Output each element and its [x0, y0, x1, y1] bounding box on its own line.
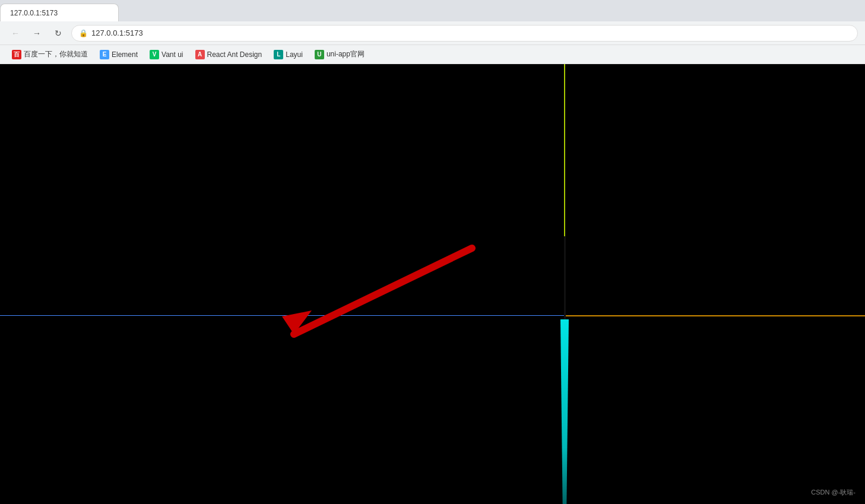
bookmark-layui[interactable]: LLayui	[269, 49, 308, 61]
address-text: 127.0.0.1:5173	[91, 28, 143, 37]
tab-title: 127.0.0.1:5173	[10, 9, 58, 17]
horizontal-orange-line	[564, 315, 865, 316]
bookmarks-bar: 百百度一下，你就知道EElementVVant uiAReact Ant Des…	[0, 45, 865, 64]
back-icon: ←	[11, 28, 20, 38]
bookmark-uniapp[interactable]: Uuni-app官网	[310, 48, 369, 61]
bookmark-react-ant[interactable]: AReact Ant Design	[191, 49, 267, 61]
forward-button[interactable]: →	[28, 25, 45, 42]
bookmark-vant[interactable]: VVant ui	[145, 49, 188, 61]
bookmark-icon-react-ant: A	[195, 50, 205, 59]
bookmark-icon-layui: L	[274, 50, 283, 59]
active-tab[interactable]: 127.0.0.1:5173	[0, 4, 119, 21]
lock-icon: 🔒	[79, 29, 88, 37]
bookmark-element[interactable]: EElement	[95, 49, 142, 61]
bookmark-icon-element: E	[100, 50, 109, 59]
cyan-spike	[560, 319, 569, 504]
back-button[interactable]: ←	[7, 25, 24, 42]
bookmark-label-element: Element	[112, 50, 138, 59]
refresh-icon: ↻	[55, 28, 62, 38]
watermark: CSDN @-耿瑞-	[811, 488, 856, 497]
bookmark-label-vant: Vant ui	[161, 50, 183, 59]
nav-bar: ← → ↻ 🔒 127.0.0.1:5173	[0, 21, 865, 45]
bookmark-icon-vant: V	[150, 50, 159, 59]
bookmark-label-baidu: 百度一下，你就知道	[24, 49, 88, 59]
tab-bar: 127.0.0.1:5173	[0, 0, 865, 21]
bookmark-label-uniapp: uni-app官网	[327, 49, 365, 59]
forward-icon: →	[33, 28, 41, 38]
page-content: CSDN @-耿瑞-	[0, 64, 865, 504]
bookmark-label-layui: Layui	[286, 50, 303, 59]
bookmark-icon-baidu: 百	[12, 50, 21, 59]
bookmark-icon-uniapp: U	[315, 50, 324, 59]
bookmark-baidu[interactable]: 百百度一下，你就知道	[7, 48, 93, 61]
red-arrow-annotation	[255, 239, 481, 352]
svg-line-0	[294, 248, 472, 334]
refresh-button[interactable]: ↻	[50, 25, 66, 42]
address-bar[interactable]: 🔒 127.0.0.1:5173	[71, 25, 858, 42]
bookmark-label-react-ant: React Ant Design	[207, 50, 262, 59]
black-spike	[564, 236, 566, 319]
